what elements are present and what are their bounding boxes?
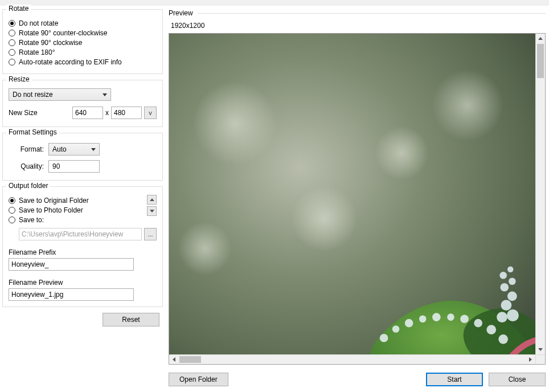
svg-point-16 xyxy=(501,300,511,311)
rotate-group: Rotate Do not rotate Rotate 90° counter-… xyxy=(2,9,163,74)
svg-point-22 xyxy=(507,309,519,321)
radio-icon xyxy=(9,207,15,214)
svg-point-17 xyxy=(507,292,517,301)
radio-icon xyxy=(9,49,15,56)
move-up-button[interactable] xyxy=(147,195,157,205)
output-path-input xyxy=(19,228,142,240)
output-option-label: Save to: xyxy=(19,216,44,224)
svg-point-21 xyxy=(507,267,513,272)
chevron-right-icon xyxy=(529,357,532,362)
svg-point-20 xyxy=(499,272,507,279)
filename-prefix-label: Filename Prefix xyxy=(9,248,157,256)
rotate-option-label: Do not rotate xyxy=(19,19,58,27)
quality-select[interactable]: 90 xyxy=(48,160,100,173)
svg-point-11 xyxy=(447,313,454,321)
radio-icon xyxy=(9,30,15,36)
quality-label: Quality: xyxy=(9,162,44,170)
open-folder-label: Open Folder xyxy=(179,375,218,383)
preview-image xyxy=(169,34,545,364)
svg-point-10 xyxy=(432,313,441,321)
preview-title: Preview xyxy=(169,9,193,17)
preview-viewport[interactable] xyxy=(169,34,545,364)
svg-point-6 xyxy=(380,334,388,342)
svg-point-13 xyxy=(474,319,482,328)
format-value: Auto xyxy=(52,145,67,153)
v-scroll-thumb[interactable] xyxy=(537,44,544,78)
radio-icon xyxy=(9,59,15,66)
format-label: Format: xyxy=(9,145,44,153)
chevron-down-icon xyxy=(150,210,154,213)
format-title: Format Settings xyxy=(6,128,59,136)
svg-point-18 xyxy=(500,283,509,292)
aspect-lock-button[interactable]: v xyxy=(144,107,157,119)
chevron-down-icon xyxy=(538,348,543,351)
move-down-button[interactable] xyxy=(147,206,157,216)
filename-prefix-input[interactable] xyxy=(9,258,134,271)
rotate-option-180[interactable]: Rotate 180° xyxy=(9,48,157,56)
h-scroll-thumb[interactable] xyxy=(179,356,201,363)
svg-point-7 xyxy=(392,325,400,333)
resize-title: Resize xyxy=(6,75,32,83)
browse-button[interactable]: ... xyxy=(144,228,157,240)
rotate-option-exif[interactable]: Auto-rotate according to EXIF info xyxy=(9,58,157,66)
svg-point-23 xyxy=(497,312,507,322)
chevron-down-icon xyxy=(103,93,107,96)
horizontal-scrollbar[interactable] xyxy=(169,354,535,364)
radio-icon xyxy=(9,217,15,223)
output-option-label: Save to Photo Folder xyxy=(19,206,83,214)
svg-point-3 xyxy=(375,126,428,179)
reset-button[interactable]: Reset xyxy=(103,313,159,326)
vertical-scrollbar[interactable] xyxy=(535,34,545,354)
filename-preview-field xyxy=(9,288,134,301)
output-option-custom[interactable]: Save to: xyxy=(9,216,144,224)
resize-mode-select[interactable]: Do not resize xyxy=(9,88,111,101)
svg-point-4 xyxy=(432,70,503,141)
scroll-up-button[interactable] xyxy=(536,34,545,43)
rotate-option-label: Rotate 180° xyxy=(19,48,55,56)
open-folder-button[interactable]: Open Folder xyxy=(169,373,228,386)
radio-icon xyxy=(9,197,15,204)
scroll-down-button[interactable] xyxy=(536,345,545,354)
output-option-label: Save to Original Folder xyxy=(19,197,89,205)
output-option-original[interactable]: Save to Original Folder xyxy=(9,197,144,205)
height-input[interactable] xyxy=(111,107,142,119)
divider xyxy=(198,13,546,14)
output-group: Output folder Save to Original Folder Sa… xyxy=(2,186,163,307)
svg-point-15 xyxy=(498,334,508,344)
svg-point-19 xyxy=(509,277,516,285)
format-group: Format Settings Format: Auto Quality: 90 xyxy=(2,133,163,181)
svg-point-14 xyxy=(486,325,496,334)
radio-icon xyxy=(9,39,15,46)
quality-value: 90 xyxy=(52,162,60,170)
width-input[interactable] xyxy=(72,107,103,119)
format-select[interactable]: Auto xyxy=(48,143,100,156)
close-button[interactable]: Close xyxy=(489,373,546,386)
chevron-up-icon xyxy=(150,198,154,201)
svg-point-8 xyxy=(405,319,413,328)
preview-dimensions: 1920x1200 xyxy=(171,22,546,30)
scroll-left-button[interactable] xyxy=(169,355,179,364)
scroll-right-button[interactable] xyxy=(526,355,535,364)
close-label: Close xyxy=(509,375,526,383)
output-option-photo[interactable]: Save to Photo Folder xyxy=(9,206,144,214)
filename-preview-label: Filename Preview xyxy=(9,279,157,287)
chevron-up-icon xyxy=(538,37,543,40)
start-button[interactable]: Start xyxy=(426,373,483,386)
svg-point-5 xyxy=(178,222,232,275)
rotate-option-label: Rotate 90° clockwise xyxy=(19,39,83,47)
svg-point-2 xyxy=(292,186,357,251)
resize-mode-value: Do not resize xyxy=(13,91,53,99)
new-size-label: New Size xyxy=(9,109,38,117)
rotate-option-none[interactable]: Do not rotate xyxy=(9,19,157,27)
resize-group: Resize Do not resize New Size x v xyxy=(2,80,163,127)
rotate-option-cw[interactable]: Rotate 90° clockwise xyxy=(9,39,157,47)
rotate-title: Rotate xyxy=(6,5,31,13)
preview-area xyxy=(169,33,546,365)
rotate-option-label: Rotate 90° counter-clockwise xyxy=(19,29,108,37)
radio-icon xyxy=(9,20,15,27)
scroll-corner xyxy=(535,354,545,364)
svg-point-12 xyxy=(460,315,469,323)
rotate-option-label: Auto-rotate according to EXIF info xyxy=(19,58,122,66)
lock-icon: v xyxy=(149,109,152,116)
rotate-option-ccw[interactable]: Rotate 90° counter-clockwise xyxy=(9,29,157,37)
